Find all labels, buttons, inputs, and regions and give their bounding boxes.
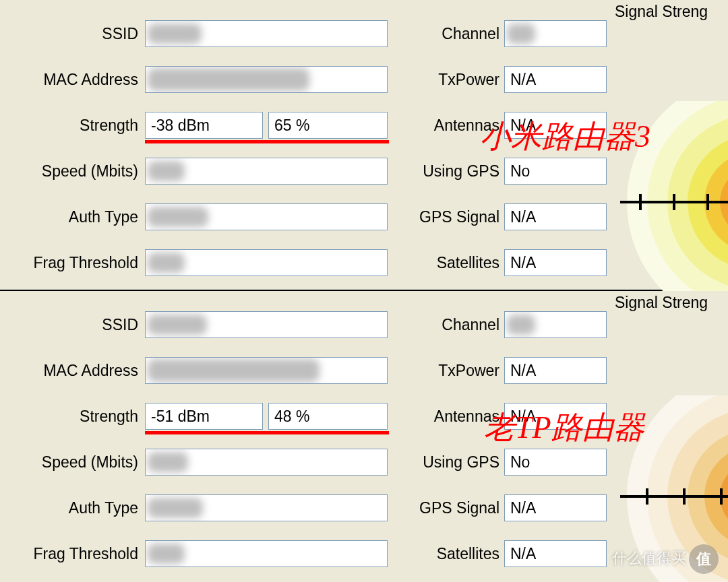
- gpssig-field[interactable]: N/A: [504, 203, 607, 230]
- speed-field[interactable]: [145, 449, 388, 476]
- blurred-value: [148, 498, 203, 518]
- txpower-field[interactable]: N/A: [504, 66, 607, 93]
- sat-field[interactable]: N/A: [504, 249, 607, 276]
- strength-underline: [145, 140, 389, 143]
- strength-dbm-field[interactable]: -38 dBm: [145, 112, 263, 139]
- panel-tp: Signal Streng SSID MAC Address Strength …: [0, 291, 728, 582]
- auth-field[interactable]: [145, 203, 388, 230]
- txpower-label: TxPower: [394, 357, 499, 384]
- gps-label: Using GPS: [394, 158, 499, 185]
- auth-label: Auth Type: [0, 494, 138, 521]
- mac-label: MAC Address: [0, 66, 138, 93]
- gps-field[interactable]: No: [504, 449, 607, 476]
- mac-field[interactable]: [145, 357, 388, 384]
- txpower-field[interactable]: N/A: [504, 357, 607, 384]
- speed-label: Speed (Mbits): [0, 449, 138, 476]
- auth-label: Auth Type: [0, 203, 138, 230]
- gpssig-label: GPS Signal: [394, 203, 499, 230]
- frag-label: Frag Threshold: [0, 249, 138, 276]
- strength-dbm-value: -51 dBm: [151, 408, 210, 426]
- channel-field[interactable]: [504, 20, 607, 47]
- watermark-text: 什么值得买: [612, 548, 686, 569]
- strength-label: Strength: [0, 403, 138, 430]
- strength-label: Strength: [0, 112, 138, 139]
- ssid-field[interactable]: [145, 20, 388, 47]
- speed-label: Speed (Mbits): [0, 158, 138, 185]
- blurred-value: [507, 315, 535, 335]
- txpower-value: N/A: [510, 71, 536, 89]
- strength-dbm-field[interactable]: -51 dBm: [145, 403, 263, 430]
- gpssig-label: GPS Signal: [394, 494, 499, 521]
- sat-value: N/A: [510, 545, 536, 563]
- blurred-value: [148, 68, 309, 91]
- signal-strength-header: Signal Streng: [615, 294, 708, 312]
- gpssig-value: N/A: [510, 499, 536, 517]
- gpssig-field[interactable]: N/A: [504, 494, 607, 521]
- speed-field[interactable]: [145, 158, 388, 185]
- strength-pct-field[interactable]: 48 %: [268, 403, 388, 430]
- strength-dbm-value: -38 dBm: [151, 117, 210, 135]
- panel-xiaomi: Signal Streng SSID MAC Address Strength …: [0, 0, 728, 291]
- frag-field[interactable]: [145, 249, 388, 276]
- ssid-label: SSID: [0, 311, 138, 338]
- mac-label: MAC Address: [0, 357, 138, 384]
- watermark-badge-icon: 值: [689, 544, 719, 574]
- sat-field[interactable]: N/A: [504, 540, 607, 567]
- channel-label: Channel: [394, 20, 499, 47]
- blurred-value: [148, 452, 188, 472]
- strength-pct-field[interactable]: 65 %: [268, 112, 388, 139]
- strength-underline: [145, 431, 389, 434]
- ssid-field[interactable]: [145, 311, 388, 338]
- sat-value: N/A: [510, 254, 536, 272]
- ssid-label: SSID: [0, 20, 138, 47]
- frag-label: Frag Threshold: [0, 540, 138, 567]
- annotation-tp: 老TP路由器: [484, 407, 644, 449]
- blurred-value: [507, 24, 535, 44]
- watermark-badge-char: 值: [696, 549, 711, 569]
- blurred-value: [148, 253, 185, 273]
- sat-label: Satellites: [394, 540, 499, 567]
- strength-pct-value: 65 %: [274, 117, 309, 135]
- gps-label: Using GPS: [394, 449, 499, 476]
- blurred-value: [148, 207, 208, 227]
- strength-pct-value: 48 %: [274, 408, 309, 426]
- gps-value: No: [510, 453, 530, 472]
- channel-label: Channel: [394, 311, 499, 338]
- sat-label: Satellites: [394, 249, 499, 276]
- blurred-value: [148, 315, 207, 335]
- gps-value: No: [510, 162, 530, 181]
- auth-field[interactable]: [145, 494, 388, 521]
- mac-field[interactable]: [145, 66, 388, 93]
- blurred-value: [148, 24, 202, 44]
- annotation-xiaomi: 小米路由器3: [480, 116, 650, 158]
- channel-field[interactable]: [504, 311, 607, 338]
- txpower-label: TxPower: [394, 66, 499, 93]
- signal-strength-header: Signal Streng: [615, 3, 708, 21]
- gpssig-value: N/A: [510, 208, 536, 226]
- blurred-value: [148, 359, 320, 382]
- txpower-value: N/A: [510, 362, 536, 380]
- blurred-value: [148, 161, 185, 181]
- blurred-value: [148, 544, 185, 564]
- gps-field[interactable]: No: [504, 158, 607, 185]
- frag-field[interactable]: [145, 540, 388, 567]
